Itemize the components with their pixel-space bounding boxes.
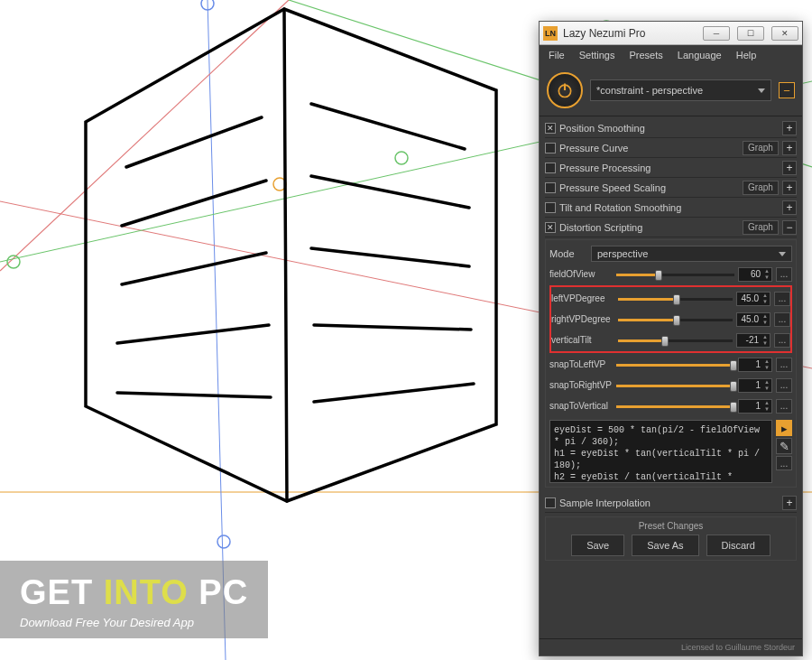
param-label: fieldOfView bbox=[549, 269, 613, 279]
slider[interactable] bbox=[616, 268, 734, 281]
param-label: snapToRightVP bbox=[549, 380, 613, 390]
chevron-down-icon bbox=[779, 252, 786, 256]
graph-button[interactable]: Graph bbox=[743, 141, 779, 155]
param-label: snapToVertical bbox=[549, 401, 613, 411]
param-value-input[interactable]: 1▲▼ bbox=[738, 378, 772, 393]
section-sample-interpolation: Sample Interpolation + bbox=[545, 493, 797, 513]
param-snaptovertical: snapToVertical 1▲▼ ... bbox=[549, 395, 792, 416]
menu-presets[interactable]: Presets bbox=[622, 46, 669, 64]
preset-select[interactable]: *constraint - perspective bbox=[590, 79, 771, 101]
preset-changes-header: Preset Changes bbox=[549, 521, 792, 531]
section-label: Pressure Curve bbox=[559, 143, 739, 153]
options-button[interactable]: ... bbox=[774, 292, 790, 306]
param-label: rightVPDegree bbox=[551, 314, 614, 324]
maximize-button[interactable]: ☐ bbox=[737, 26, 764, 41]
options-button[interactable]: ... bbox=[774, 333, 790, 348]
expand-button[interactable]: + bbox=[782, 496, 797, 510]
save-as-button[interactable]: Save As bbox=[632, 535, 698, 556]
section-position-smoothing: ✕ Position Smoothing + bbox=[545, 118, 797, 138]
slider[interactable] bbox=[616, 379, 734, 392]
param-label: verticalTilt bbox=[551, 335, 614, 345]
section-label: Pressure Speed Scaling bbox=[559, 182, 739, 193]
svg-line-12 bbox=[284, 9, 287, 501]
menu-file[interactable]: File bbox=[541, 46, 572, 64]
close-button[interactable]: ✕ bbox=[771, 26, 798, 41]
svg-line-15 bbox=[122, 253, 266, 284]
checkbox[interactable] bbox=[545, 143, 556, 153]
param-value-input[interactable]: -21▲▼ bbox=[736, 333, 770, 348]
section-pressure-curve: Pressure Curve Graph + bbox=[545, 138, 797, 158]
sections-panel: ✕ Position Smoothing + Pressure Curve Gr… bbox=[540, 116, 802, 638]
checkbox[interactable]: ✕ bbox=[545, 222, 556, 233]
script-options-button[interactable]: ... bbox=[776, 456, 792, 470]
script-edit-button[interactable]: ✎ bbox=[776, 438, 792, 454]
svg-line-20 bbox=[311, 248, 469, 266]
menu-help[interactable]: Help bbox=[729, 46, 764, 64]
section-pressure-processing: Pressure Processing + bbox=[545, 158, 797, 178]
slider[interactable] bbox=[616, 358, 734, 371]
options-button[interactable]: ... bbox=[776, 267, 792, 282]
expand-button[interactable]: + bbox=[782, 161, 797, 175]
app-window: LN Lazy Nezumi Pro ─ ☐ ✕ File Settings P… bbox=[539, 21, 803, 656]
checkbox[interactable]: ✕ bbox=[545, 123, 556, 134]
svg-point-9 bbox=[395, 152, 408, 164]
expand-button[interactable]: + bbox=[782, 181, 797, 195]
section-label: Position Smoothing bbox=[559, 123, 779, 134]
section-distortion-scripting: ✕ Distortion Scripting Graph − bbox=[545, 218, 797, 237]
checkbox[interactable] bbox=[545, 182, 556, 193]
expand-button[interactable]: + bbox=[782, 121, 797, 135]
checkbox[interactable] bbox=[545, 202, 556, 213]
svg-line-13 bbox=[126, 117, 262, 167]
save-button[interactable]: Save bbox=[571, 535, 624, 556]
param-value-input[interactable]: 1▲▼ bbox=[738, 358, 772, 372]
collapse-preset-button[interactable]: − bbox=[779, 82, 795, 98]
license-text: Licensed to Guillaume Stordeur bbox=[540, 638, 802, 655]
slider[interactable] bbox=[618, 313, 733, 326]
expand-button[interactable]: + bbox=[782, 200, 797, 215]
slider[interactable] bbox=[618, 334, 733, 347]
param-snaptoleftvp: snapToLeftVP 1▲▼ ... bbox=[549, 354, 792, 375]
options-button[interactable]: ... bbox=[776, 399, 792, 414]
section-pressure-speed-scaling: Pressure Speed Scaling Graph + bbox=[545, 178, 797, 198]
options-button[interactable]: ... bbox=[776, 358, 792, 372]
checkbox[interactable] bbox=[545, 163, 556, 173]
param-value-input[interactable]: 60▲▼ bbox=[738, 267, 772, 282]
menu-language[interactable]: Language bbox=[670, 46, 729, 64]
expand-button[interactable]: + bbox=[782, 141, 797, 155]
mode-value: perspective bbox=[597, 248, 648, 259]
graph-button[interactable]: Graph bbox=[743, 181, 779, 195]
graph-button[interactable]: Graph bbox=[743, 220, 779, 235]
collapse-button[interactable]: − bbox=[782, 220, 797, 235]
checkbox[interactable] bbox=[545, 497, 556, 508]
script-run-button[interactable]: ▸ bbox=[776, 420, 792, 436]
slider[interactable] bbox=[616, 400, 734, 413]
watermark-word-1: GET bbox=[20, 573, 93, 611]
svg-line-19 bbox=[311, 176, 469, 208]
param-value-input[interactable]: 1▲▼ bbox=[738, 399, 772, 414]
param-snaptorightvp: snapToRightVP 1▲▼ ... bbox=[549, 375, 792, 395]
section-label: Sample Interpolation bbox=[559, 497, 779, 508]
titlebar[interactable]: LN Lazy Nezumi Pro ─ ☐ ✕ bbox=[540, 22, 802, 45]
slider[interactable] bbox=[618, 293, 733, 305]
power-button[interactable] bbox=[547, 72, 583, 108]
param-leftvpdegree: leftVPDegree 45.0▲▼ ... bbox=[551, 288, 790, 309]
toolbar: *constraint - perspective − bbox=[540, 65, 802, 116]
discard-button[interactable]: Discard bbox=[706, 535, 770, 556]
distortion-scripting-body: Mode perspective fieldOfView 60▲▼ ... le… bbox=[545, 239, 797, 488]
param-value-input[interactable]: 45.0▲▼ bbox=[736, 312, 770, 327]
options-button[interactable]: ... bbox=[776, 378, 792, 393]
minimize-button[interactable]: ─ bbox=[703, 26, 730, 41]
param-label: snapToLeftVP bbox=[549, 359, 613, 369]
watermark-word-2: INTO bbox=[104, 573, 189, 611]
script-textarea[interactable]: eyeDist = 500 * tan(pi/2 - fieldOfView *… bbox=[549, 420, 772, 483]
watermark: GET INTO PC Download Free Your Desired A… bbox=[0, 561, 268, 638]
mode-select[interactable]: perspective bbox=[591, 246, 792, 262]
preset-name: *constraint - perspective bbox=[596, 85, 703, 96]
power-icon bbox=[556, 81, 574, 99]
param-value-input[interactable]: 45.0▲▼ bbox=[736, 292, 770, 306]
options-button[interactable]: ... bbox=[774, 312, 790, 327]
app-icon: LN bbox=[543, 26, 558, 41]
menu-settings[interactable]: Settings bbox=[572, 46, 623, 64]
section-label: Pressure Processing bbox=[559, 163, 779, 173]
svg-point-7 bbox=[217, 535, 230, 548]
